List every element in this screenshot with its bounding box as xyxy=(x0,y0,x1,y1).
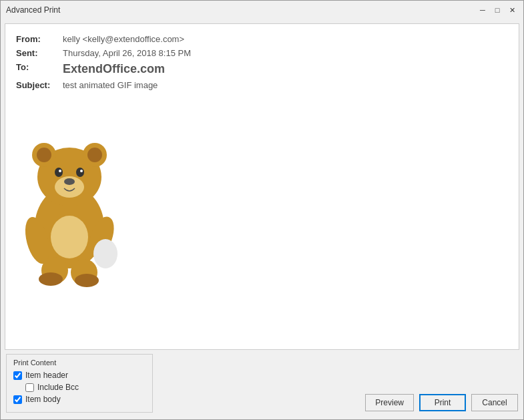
to-label: To: xyxy=(16,60,63,78)
maximize-button[interactable]: □ xyxy=(491,4,503,16)
item-header-label[interactable]: Item header xyxy=(25,371,68,380)
window-controls: ─ □ ✕ xyxy=(477,4,518,16)
item-header-checkbox[interactable] xyxy=(13,371,22,380)
svg-point-12 xyxy=(80,170,83,172)
svg-point-1 xyxy=(51,216,88,258)
svg-point-10 xyxy=(76,168,84,177)
svg-point-15 xyxy=(93,239,117,268)
item-body-checkbox[interactable] xyxy=(13,395,22,404)
svg-point-4 xyxy=(37,148,51,162)
svg-point-8 xyxy=(64,178,75,185)
to-value: ExtendOffice.com xyxy=(63,60,508,78)
cancel-button[interactable]: Cancel xyxy=(471,394,518,411)
advanced-print-window: Advanced Print ─ □ ✕ From: kelly <kelly@… xyxy=(0,0,524,420)
minimize-button[interactable]: ─ xyxy=(477,4,489,16)
sent-label: Sent: xyxy=(16,46,63,60)
item-body-row: Item body xyxy=(13,395,146,404)
include-bcc-checkbox[interactable] xyxy=(25,383,34,392)
title-bar: Advanced Print ─ □ ✕ xyxy=(1,1,523,19)
sent-row: Sent: Thursday, April 26, 2018 8:15 PM xyxy=(16,46,508,60)
item-body-label[interactable]: Item body xyxy=(25,395,61,404)
sent-value: Thursday, April 26, 2018 8:15 PM xyxy=(63,46,508,60)
email-preview: From: kelly <kelly@extendoffice.com> Sen… xyxy=(5,23,519,350)
subject-value: test animated GIF image xyxy=(63,78,508,92)
svg-point-19 xyxy=(75,274,99,287)
window-title: Advanced Print xyxy=(6,5,60,15)
to-row: To: ExtendOffice.com xyxy=(16,60,508,78)
preview-button[interactable]: Preview xyxy=(365,394,414,411)
email-header-table: From: kelly <kelly@extendoffice.com> Sen… xyxy=(16,32,508,92)
content-area: From: kelly <kelly@extendoffice.com> Sen… xyxy=(1,19,523,419)
action-buttons: Preview Print Cancel xyxy=(365,394,518,413)
from-row: From: kelly <kelly@extendoffice.com> xyxy=(16,32,508,46)
svg-point-9 xyxy=(55,168,63,177)
subject-label: Subject: xyxy=(16,78,63,92)
include-bcc-label[interactable]: Include Bcc xyxy=(37,383,79,392)
close-button[interactable]: ✕ xyxy=(506,4,518,16)
print-content-panel: Print Content Item header Include Bcc It… xyxy=(6,354,153,413)
print-button[interactable]: Print xyxy=(419,394,466,411)
bear-illustration xyxy=(16,100,123,287)
svg-point-6 xyxy=(87,148,102,162)
svg-point-11 xyxy=(59,170,61,172)
bear-image-container xyxy=(16,100,508,289)
svg-point-18 xyxy=(39,272,63,286)
include-bcc-row: Include Bcc xyxy=(25,383,146,392)
subject-row: Subject: test animated GIF image xyxy=(16,78,508,92)
item-header-row: Item header xyxy=(13,371,146,380)
print-content-title: Print Content xyxy=(13,359,146,367)
from-label: From: xyxy=(16,32,63,46)
bottom-section: Print Content Item header Include Bcc It… xyxy=(5,354,519,415)
from-value: kelly <kelly@extendoffice.com> xyxy=(63,32,508,46)
